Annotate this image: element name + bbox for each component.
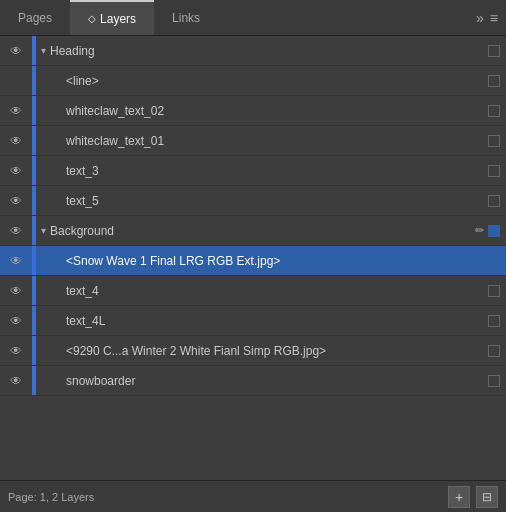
layer-name-text_3: text_3 (66, 164, 488, 178)
expand-icon[interactable]: » (476, 10, 484, 26)
layer-name-snow_wave: <Snow Wave 1 Final LRG RGB Ext.jpg> (66, 254, 488, 268)
layer-checkbox-heading[interactable] (488, 45, 500, 57)
layers-diamond-icon: ◇ (88, 13, 96, 24)
eye-icon-winter2[interactable]: 👁 (0, 344, 32, 358)
layer-right-background: ✏ (475, 224, 506, 237)
eye-icon-text_4l[interactable]: 👁 (0, 314, 32, 328)
layer-name-background: Background (50, 224, 475, 238)
eye-icon-whiteclaw_text_01[interactable]: 👁 (0, 134, 32, 148)
layer-color-bar-text_4l (32, 306, 36, 335)
layer-checkbox-text_4[interactable] (488, 285, 500, 297)
footer-page-info: Page: 1, 2 Layers (8, 491, 94, 503)
layer-color-bar-text_3 (32, 156, 36, 185)
layer-name-heading: Heading (50, 44, 488, 58)
layer-name-text_5: text_5 (66, 194, 488, 208)
layer-checkbox-text_5[interactable] (488, 195, 500, 207)
layer-row-winter2[interactable]: 👁<9290 C...a Winter 2 White Fianl Simp R… (0, 336, 506, 366)
eye-icon-heading[interactable]: 👁 (0, 44, 32, 58)
layer-color-bar-text_4 (32, 276, 36, 305)
panel-footer: Page: 1, 2 Layers + ⊟ (0, 480, 506, 512)
eye-icon-text_5[interactable]: 👁 (0, 194, 32, 208)
layer-color-bar-line (32, 66, 36, 95)
layer-name-line: <line> (66, 74, 488, 88)
layer-right-heading (488, 45, 506, 57)
layer-color-bar-whiteclaw_text_02 (32, 96, 36, 125)
trash-icon: ⊟ (482, 490, 492, 504)
eye-icon-text_3[interactable]: 👁 (0, 164, 32, 178)
eye-icon-snow_wave[interactable]: 👁 (0, 254, 32, 268)
delete-layer-button[interactable]: ⊟ (476, 486, 498, 508)
panel: Pages ◇ Layers Links » ≡ 👁▾Heading<line>… (0, 0, 506, 512)
layer-color-bar-whiteclaw_text_01 (32, 126, 36, 155)
layer-right-text_4l (488, 315, 506, 327)
layer-right-text_5 (488, 195, 506, 207)
menu-icon[interactable]: ≡ (490, 10, 498, 26)
tab-pages[interactable]: Pages (0, 0, 70, 35)
layer-checkbox-background[interactable] (488, 225, 500, 237)
layer-checkbox-text_3[interactable] (488, 165, 500, 177)
layer-right-text_4 (488, 285, 506, 297)
layer-row-text_3[interactable]: 👁text_3 (0, 156, 506, 186)
layer-row-text_4l[interactable]: 👁text_4L (0, 306, 506, 336)
tab-bar: Pages ◇ Layers Links » ≡ (0, 0, 506, 36)
layer-color-bar-snow_wave (32, 246, 36, 275)
layer-name-text_4: text_4 (66, 284, 488, 298)
tab-layers[interactable]: ◇ Layers (70, 0, 154, 35)
layer-name-text_4l: text_4L (66, 314, 488, 328)
layer-name-whiteclaw_text_02: whiteclaw_text_02 (66, 104, 488, 118)
layer-color-bar-snowboarder (32, 366, 36, 395)
layer-row-whiteclaw_text_01[interactable]: 👁whiteclaw_text_01 (0, 126, 506, 156)
layer-list: 👁▾Heading<line>👁whiteclaw_text_02👁whitec… (0, 36, 506, 480)
layer-color-bar-winter2 (32, 336, 36, 365)
layer-checkbox-snow_wave[interactable] (488, 255, 500, 267)
layer-checkbox-text_4l[interactable] (488, 315, 500, 327)
eye-icon-text_4[interactable]: 👁 (0, 284, 32, 298)
layer-checkbox-line[interactable] (488, 75, 500, 87)
layer-right-snow_wave (488, 255, 506, 267)
add-layer-button[interactable]: + (448, 486, 470, 508)
layer-row-line[interactable]: <line> (0, 66, 506, 96)
eye-icon-whiteclaw_text_02[interactable]: 👁 (0, 104, 32, 118)
layer-right-winter2 (488, 345, 506, 357)
layer-row-text_5[interactable]: 👁text_5 (0, 186, 506, 216)
layer-right-line (488, 75, 506, 87)
layer-checkbox-whiteclaw_text_02[interactable] (488, 105, 500, 117)
layer-checkbox-snowboarder[interactable] (488, 375, 500, 387)
pencil-icon-background[interactable]: ✏ (475, 224, 484, 237)
layer-name-whiteclaw_text_01: whiteclaw_text_01 (66, 134, 488, 148)
footer-buttons: + ⊟ (448, 486, 498, 508)
layer-row-background[interactable]: 👁▾Background✏ (0, 216, 506, 246)
layer-right-text_3 (488, 165, 506, 177)
layer-name-snowboarder: snowboarder (66, 374, 488, 388)
layer-row-whiteclaw_text_02[interactable]: 👁whiteclaw_text_02 (0, 96, 506, 126)
expand-triangle-background[interactable]: ▾ (36, 225, 50, 236)
layer-right-snowboarder (488, 375, 506, 387)
layer-checkbox-winter2[interactable] (488, 345, 500, 357)
tab-layers-label: Layers (100, 12, 136, 26)
eye-icon-snowboarder[interactable]: 👁 (0, 374, 32, 388)
layer-name-winter2: <9290 C...a Winter 2 White Fianl Simp RG… (66, 344, 488, 358)
layer-right-whiteclaw_text_01 (488, 135, 506, 147)
layer-row-snowboarder[interactable]: 👁snowboarder (0, 366, 506, 396)
add-icon: + (455, 489, 463, 505)
layer-right-whiteclaw_text_02 (488, 105, 506, 117)
layer-row-snow_wave[interactable]: 👁<Snow Wave 1 Final LRG RGB Ext.jpg> (0, 246, 506, 276)
tab-links[interactable]: Links (154, 0, 218, 35)
eye-icon-background[interactable]: 👁 (0, 224, 32, 238)
expand-triangle-heading[interactable]: ▾ (36, 45, 50, 56)
layer-checkbox-whiteclaw_text_01[interactable] (488, 135, 500, 147)
layer-row-heading[interactable]: 👁▾Heading (0, 36, 506, 66)
layer-row-text_4[interactable]: 👁text_4 (0, 276, 506, 306)
layer-color-bar-text_5 (32, 186, 36, 215)
